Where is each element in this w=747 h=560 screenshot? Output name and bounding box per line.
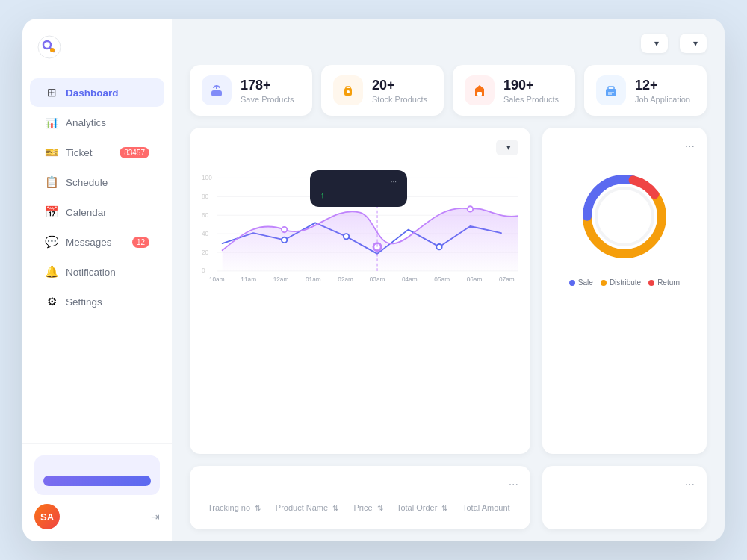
svg-text:07am: 07am [499,276,515,283]
legend-sale: Sale [569,279,593,287]
col-total-order: Total Order ⇅ [391,499,456,517]
main-content: ▾ ▾ 178+Save Products20+Stock Products19… [172,19,725,541]
analytics-more-icon[interactable]: ··· [685,140,695,153]
schedule-icon: 📋 [45,175,58,189]
stat-label-3: Job Application [635,95,690,104]
sidebar-item-messages[interactable]: 💬Messages12 [30,228,164,256]
svg-text:12am: 12am [273,276,289,283]
stat-card-0: 178+Save Products [190,65,312,116]
svg-text:0: 0 [202,267,205,274]
topbar: ▾ ▾ [172,19,725,65]
svg-text:11am: 11am [241,276,256,283]
stat-label-1: Stock Products [372,95,427,104]
stat-label-2: Sales Products [503,95,559,104]
stat-icon-3 [596,75,626,105]
stat-icon-1 [333,75,363,105]
stat-info-0: 178+Save Products [241,78,294,104]
svg-text:10am: 10am [209,276,225,283]
chevron-icon: ▾ [506,143,511,152]
sidebar-item-ticket[interactable]: 🎫Ticket83457 [30,138,164,167]
avatar: SA [34,504,60,529]
sidebar-item-settings[interactable]: ⚙Settings [30,287,164,316]
sidebar-item-schedule[interactable]: 📋Schedule [30,168,164,196]
stat-value-2: 190+ [503,78,559,93]
ticket-label: Ticket [66,147,93,158]
logout-icon[interactable]: ⇥ [151,511,160,523]
stat-card-1: 20+Stock Products [321,65,444,116]
sidebar-bottom: SA ⇥ [22,443,172,541]
reports-header: ▾ [202,140,518,155]
chart-tooltip: ··· ↑ [310,170,407,207]
svg-rect-4 [211,90,222,96]
stat-icon-0 [202,75,232,105]
stat-icon-2 [465,75,495,105]
distribute-label: Distribute [610,279,641,287]
svg-text:60: 60 [202,211,209,219]
products-panel: ··· [542,466,707,529]
stat-card-2: 190+Sales Products [453,65,575,116]
svg-point-47 [596,188,653,245]
donut-legend: Sale Distribute Return [569,279,680,287]
date-to-chip[interactable]: ▾ [680,34,707,53]
legend-return: Return [648,279,680,287]
analytics-header: ··· [554,140,695,153]
svg-text:05am: 05am [434,276,450,283]
sale-label: Sale [578,279,593,287]
svg-text:01am: 01am [306,276,321,283]
logo [22,19,172,71]
chevron-down-icon: ▾ [654,38,659,49]
sidebar-item-analytics[interactable]: 📊Analytics [30,108,164,137]
upgrade-box [34,455,160,495]
stats-row: 178+Save Products20+Stock Products190+Sa… [190,65,707,116]
svg-point-3 [50,48,55,52]
messages-icon: 💬 [45,235,58,249]
stat-info-2: 190+Sales Products [503,78,559,104]
analytics-icon: 📊 [45,116,58,129]
products-header: ··· [554,478,695,491]
stat-card-3: 12+Job Application [584,65,707,116]
stat-label-0: Save Products [241,95,294,104]
upgrade-button[interactable] [43,476,151,486]
bottom-row: ··· Tracking no ⇅ Product Name ⇅ Price ⇅… [190,466,707,529]
orders-more-icon[interactable]: ··· [509,478,518,491]
middle-row: ▾ ··· ↑ [190,128,707,454]
sidebar-item-calendar[interactable]: 📅Calendar [30,198,164,226]
orders-header: ··· [202,478,518,491]
col-price: Price ⇅ [347,499,390,517]
notification-label: Notification [66,267,116,278]
svg-rect-8 [477,92,482,96]
svg-point-25 [282,237,287,243]
settings-icon: ⚙ [45,295,58,308]
stat-value-3: 12+ [635,78,690,93]
return-dot [648,280,654,286]
col-total-amount: Total Amount [456,499,518,517]
orders-panel: ··· Tracking no ⇅ Product Name ⇅ Price ⇅… [190,466,530,529]
calendar-icon: 📅 [45,205,58,219]
year-filter[interactable]: ▾ [496,140,518,155]
chevron-down-icon-2: ▾ [693,38,698,49]
products-more-icon[interactable]: ··· [685,478,695,491]
tooltip-date: ··· [320,178,397,186]
stat-value-0: 178+ [241,78,294,93]
svg-point-26 [344,234,349,239]
stat-info-3: 12+Job Application [635,78,690,104]
sidebar-item-notification[interactable]: 🔔Notification [30,258,164,286]
date-from-chip[interactable]: ▾ [641,34,668,53]
analytics-panel: ··· [542,128,707,454]
orders-thead: Tracking no ⇅ Product Name ⇅ Price ⇅ Tot… [202,499,518,517]
svg-text:02am: 02am [338,276,353,283]
stat-info-1: 20+Stock Products [372,78,427,104]
svg-point-27 [436,244,441,249]
sidebar: ⊞Dashboard📊Analytics🎫Ticket83457📋Schedul… [22,19,172,541]
settings-label: Settings [66,296,102,308]
orders-header-row: Tracking no ⇅ Product Name ⇅ Price ⇅ Tot… [202,499,518,517]
reports-panel: ▾ ··· ↑ [190,128,530,454]
svg-point-31 [282,227,287,232]
dashboard-icon: ⊞ [45,86,58,99]
calendar-label: Calendar [66,207,107,218]
svg-text:40: 40 [202,230,209,237]
svg-text:80: 80 [202,193,209,200]
messages-label: Messages [66,237,112,248]
sidebar-nav: ⊞Dashboard📊Analytics🎫Ticket83457📋Schedul… [22,71,172,443]
sidebar-item-dashboard[interactable]: ⊞Dashboard [30,78,164,107]
